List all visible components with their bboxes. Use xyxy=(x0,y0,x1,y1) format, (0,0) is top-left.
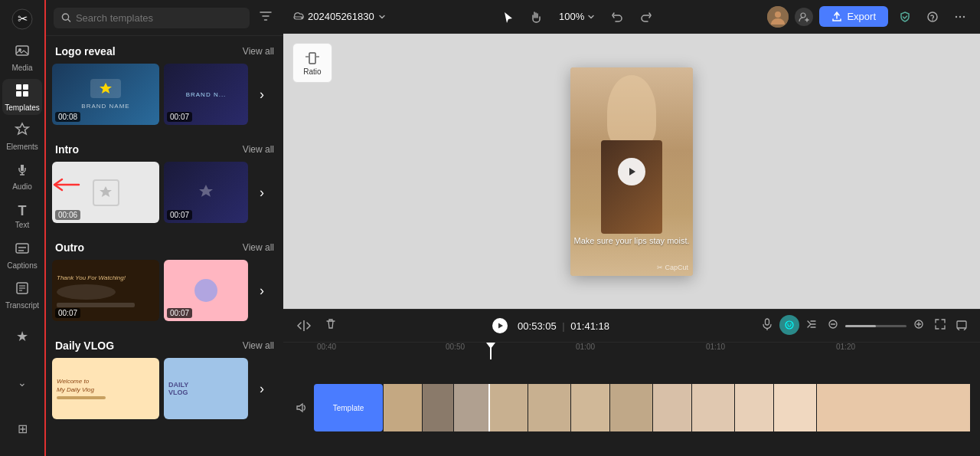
more-button[interactable] xyxy=(949,6,971,28)
view-all-daily-vlog[interactable]: View all xyxy=(243,340,274,351)
project-name[interactable]: 202405261830 xyxy=(292,11,387,23)
mic-button[interactable] xyxy=(758,315,776,336)
template-clip[interactable]: Template xyxy=(314,384,383,431)
template-row-outro: Thank You For Watching! 00:07 00:07 › xyxy=(52,260,277,321)
timeline-tools xyxy=(758,315,971,336)
section-title-intro: Intro xyxy=(55,143,79,156)
video-clip-1[interactable] xyxy=(384,384,422,431)
video-clip-3[interactable] xyxy=(454,384,488,431)
template-row-intro: 00:06 00:07 › xyxy=(52,162,277,223)
template-thumb-intro-1[interactable]: 00:06 xyxy=(52,162,159,223)
svg-rect-29 xyxy=(309,53,315,64)
sidebar-item-elements[interactable]: Elements xyxy=(2,118,42,155)
sidebar-item-media[interactable]: Media xyxy=(2,39,42,76)
playhead-ruler xyxy=(490,343,492,359)
split-button[interactable] xyxy=(292,314,315,337)
add-account-button[interactable] xyxy=(795,8,813,26)
sidebar-item-captions[interactable]: Captions xyxy=(2,238,42,274)
template-thumb-logo-1[interactable]: BRAND NAME 00:08 xyxy=(52,64,159,125)
ai-icon xyxy=(784,320,795,330)
template-thumb-vlog-1[interactable]: Welcome toMy Daily Vlog xyxy=(52,358,159,419)
export-button[interactable]: Export xyxy=(819,6,888,27)
split-clip-button[interactable] xyxy=(802,315,821,336)
redo-button[interactable] xyxy=(635,6,656,28)
app-logo[interactable]: ✂ xyxy=(8,6,36,31)
template-thumb-intro-2[interactable]: 00:07 xyxy=(164,162,248,223)
help-icon xyxy=(926,11,939,23)
time-separator: | xyxy=(562,320,564,332)
volume-icon xyxy=(296,402,308,414)
undo-icon xyxy=(612,11,624,23)
svg-rect-10 xyxy=(16,244,28,253)
more-logo-reveal[interactable]: › xyxy=(247,64,277,125)
more-outro[interactable]: › xyxy=(247,260,277,321)
audio-icon xyxy=(15,162,30,181)
sidebar-item-text[interactable]: T Text xyxy=(2,198,42,235)
sidebar-item-star[interactable]: ★ xyxy=(2,317,42,356)
hand-tool-button[interactable] xyxy=(525,6,547,28)
sidebar-item-collapse[interactable]: ⌄ xyxy=(2,363,42,402)
view-all-outro[interactable]: View all xyxy=(243,242,274,253)
video-clip-4[interactable] xyxy=(489,384,528,431)
video-clip-10[interactable] xyxy=(735,384,773,431)
play-pause-button[interactable] xyxy=(488,314,511,337)
video-clip-12[interactable] xyxy=(817,384,970,431)
sidebar-item-templates[interactable]: Templates xyxy=(2,79,42,116)
ai-button[interactable] xyxy=(779,315,799,335)
video-clip-6[interactable] xyxy=(571,384,609,431)
fullscreen-button[interactable] xyxy=(952,315,971,336)
zoom-out-icon xyxy=(827,318,839,330)
video-clip-8[interactable] xyxy=(653,384,691,431)
more-intro[interactable]: › xyxy=(247,162,277,223)
template-thumb-logo-2[interactable]: BRAND N... 00:07 xyxy=(164,64,248,125)
help-button[interactable] xyxy=(922,6,943,28)
section-header-daily-vlog: Daily VLOG View all xyxy=(52,330,277,358)
volume-control[interactable] xyxy=(289,402,314,414)
view-all-intro[interactable]: View all xyxy=(243,144,274,155)
shield-button[interactable] xyxy=(894,6,916,28)
video-clip-5[interactable] xyxy=(528,384,570,431)
text-icon: T xyxy=(18,203,27,219)
filter-button[interactable] xyxy=(256,6,276,29)
ruler-mark-2: 01:00 xyxy=(576,343,595,351)
svg-point-28 xyxy=(963,15,965,17)
sidebar-item-transcript[interactable]: Transcript xyxy=(2,277,42,313)
canvas-area: Ratio Make sure xyxy=(283,34,980,309)
star-icon: ★ xyxy=(16,328,28,345)
zoom-selector[interactable]: 100% xyxy=(553,8,601,25)
captions-icon xyxy=(15,241,30,260)
video-clip-2[interactable] xyxy=(423,384,453,431)
undo-button[interactable] xyxy=(607,6,629,28)
template-row-daily-vlog: Welcome toMy Daily Vlog DAILYVLOG › xyxy=(52,358,277,419)
media-icon xyxy=(15,43,30,62)
delete-button[interactable] xyxy=(322,315,340,336)
template-thumb-outro-2[interactable]: 00:07 xyxy=(164,260,248,321)
template-duration-intro-1: 00:06 xyxy=(55,210,80,220)
ratio-button[interactable]: Ratio xyxy=(292,43,332,83)
video-clip-11[interactable] xyxy=(774,384,816,431)
sidebar-item-label-templates: Templates xyxy=(5,103,40,112)
video-play-button[interactable] xyxy=(618,158,645,185)
more-daily-vlog[interactable]: › xyxy=(247,358,277,419)
zoom-slider[interactable] xyxy=(845,315,906,336)
more-icon xyxy=(954,11,966,23)
svg-point-27 xyxy=(959,15,961,17)
zoom-out-button[interactable] xyxy=(824,315,842,336)
sidebar-item-audio[interactable]: Audio xyxy=(2,158,42,195)
user-avatar[interactable] xyxy=(767,6,789,28)
search-input[interactable] xyxy=(76,12,242,24)
cursor-tool-button[interactable] xyxy=(498,6,519,28)
template-thumb-outro-1[interactable]: Thank You For Watching! 00:07 xyxy=(52,260,159,321)
zoom-dropdown-icon xyxy=(587,13,595,21)
fit-button[interactable] xyxy=(931,315,949,336)
video-clip-9[interactable] xyxy=(692,384,734,431)
view-all-logo-reveal[interactable]: View all xyxy=(243,46,274,57)
zoom-in-button[interactable] xyxy=(910,315,928,336)
sidebar-item-storyboard[interactable]: ⊞ xyxy=(2,408,42,448)
template-duration-logo-2: 00:07 xyxy=(167,112,192,122)
fit-icon xyxy=(934,318,946,330)
hand-icon xyxy=(530,11,542,23)
search-wrapper[interactable] xyxy=(54,8,250,28)
template-thumb-vlog-2[interactable]: DAILYVLOG xyxy=(164,358,248,419)
video-clip-7[interactable] xyxy=(610,384,652,431)
